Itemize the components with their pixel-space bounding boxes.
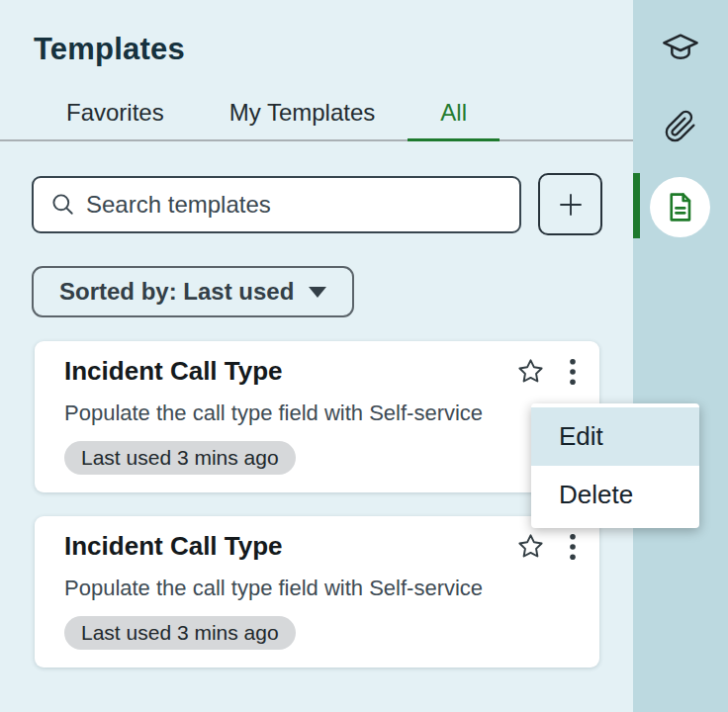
favorite-star-button[interactable] — [513, 529, 548, 564]
template-card-description: Populate the call type field with Self-s… — [64, 400, 582, 426]
star-icon — [516, 357, 545, 386]
active-tab-indicator — [633, 173, 640, 238]
document-icon — [663, 190, 697, 224]
kebab-menu-icon — [567, 533, 579, 561]
sidebar-item-learning[interactable] — [633, 31, 728, 64]
chevron-down-icon — [309, 287, 326, 298]
card-context-menu: Edit Delete — [531, 403, 699, 528]
template-card-description: Populate the call type field with Self-s… — [64, 576, 582, 601]
card-menu-button[interactable] — [564, 355, 582, 389]
sort-dropdown-button[interactable]: Sorted by: Last used — [32, 266, 354, 317]
tab-all[interactable]: All — [408, 91, 500, 139]
page-title: Templates — [0, 0, 633, 67]
search-input[interactable] — [86, 191, 505, 219]
last-used-badge: Last used 3 mins ago — [64, 441, 296, 475]
template-card-list: Incident Call Type Populate the call typ… — [35, 341, 599, 668]
menu-item-edit[interactable]: Edit — [531, 407, 699, 466]
paperclip-icon — [664, 109, 697, 144]
plus-icon — [555, 189, 587, 221]
star-icon — [516, 532, 545, 561]
templates-panel: Templates Favorites My Templates All Sor… — [0, 0, 633, 712]
graduation-cap-icon — [661, 31, 700, 64]
template-card[interactable]: Incident Call Type Populate the call typ… — [35, 341, 599, 492]
menu-item-delete[interactable]: Delete — [531, 466, 699, 524]
card-menu-button[interactable] — [564, 530, 582, 564]
right-sidebar — [633, 0, 728, 712]
tab-my-templates[interactable]: My Templates — [197, 91, 409, 139]
search-toolbar — [32, 173, 633, 235]
last-used-badge: Last used 3 mins ago — [64, 616, 296, 650]
sort-dropdown-label: Sorted by: Last used — [59, 278, 294, 306]
add-template-button[interactable] — [538, 173, 602, 235]
search-icon — [49, 191, 76, 218]
kebab-menu-icon — [567, 358, 579, 386]
sidebar-item-attachments[interactable] — [633, 109, 728, 144]
favorite-star-button[interactable] — [513, 354, 548, 389]
search-box[interactable] — [32, 176, 521, 233]
template-card-title: Incident Call Type — [64, 356, 513, 387]
sidebar-item-templates[interactable] — [650, 177, 710, 237]
template-card-title: Incident Call Type — [64, 531, 513, 562]
template-card[interactable]: Incident Call Type Populate the call typ… — [35, 516, 599, 668]
tab-bar: Favorites My Templates All — [0, 91, 633, 141]
tab-favorites[interactable]: Favorites — [34, 91, 197, 139]
